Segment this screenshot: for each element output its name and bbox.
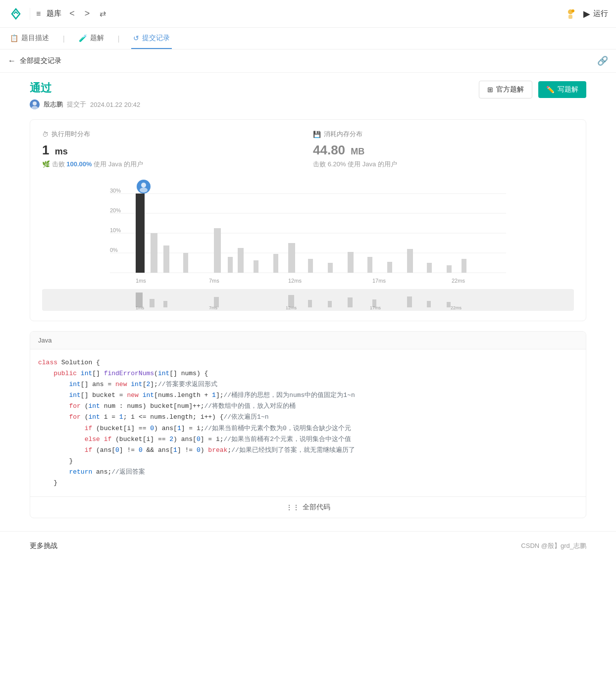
code-line-1: class Solution {	[38, 357, 578, 368]
memory-value: 44.80 MB	[313, 143, 574, 158]
memory-stat: 💾 消耗内存分布 44.80 MB 击败 6.20% 使用 Java 的用户	[313, 130, 574, 169]
memory-label: 💾 消耗内存分布	[313, 130, 574, 139]
code-line-2: public int[] findErrorNums(int[] nums) {	[38, 368, 578, 379]
avatar	[30, 99, 40, 109]
time-label: ⏱ 执行用时分布	[42, 130, 303, 139]
time-stat: ⏱ 执行用时分布 1 ms 🌿 击败 100.00% 使用 Java 的用户	[42, 130, 303, 169]
svg-rect-14	[150, 299, 154, 307]
mini-x-1ms: 1ms	[136, 305, 145, 310]
run-button[interactable]: ▶ 运行	[583, 8, 608, 19]
chart-mini[interactable]: 1ms 7ms 12ms 17ms 22ms	[42, 289, 574, 311]
link-icon[interactable]: 🔗	[597, 55, 608, 66]
official-icon: ⊞	[487, 86, 493, 94]
prev-icon[interactable]: <	[67, 6, 77, 21]
wave-icon: 🌿	[42, 160, 50, 168]
status-left: 通过 殷志鹏 提交于 2024.01.22 20:42	[30, 81, 140, 109]
code-line-9: if (ans[0] != 0 && ans[1] != 0) break;//…	[38, 445, 578, 456]
solution-tab-icon: 🧪	[79, 34, 87, 42]
submit-prefix: 提交于	[67, 100, 86, 109]
play-icon: ▶	[583, 8, 590, 19]
main-content: 通过 殷志鹏 提交于 2024.01.22 20:42 ⊞ 官方题解 ✏️ 写题…	[0, 73, 616, 526]
submit-time: 2024.01.22 20:42	[90, 101, 140, 108]
chart-bar-18	[447, 265, 452, 273]
header: ≡ 题库 < > ⇄ ▶ 运行	[0, 0, 616, 28]
back-label: 全部提交记录	[20, 56, 61, 65]
svg-rect-22	[407, 296, 412, 307]
breadcrumb: ← 全部提交记录 🔗	[0, 49, 616, 73]
submissions-tab-label: 提交记录	[142, 34, 170, 43]
chart-bar-5	[214, 228, 221, 273]
footer: 更多挑战 CSDN @殷】grd_志鹏	[0, 531, 616, 560]
code-line-3: int[] ans = new int[2];//答案要求返回形式	[38, 379, 578, 390]
more-challenges-label[interactable]: 更多挑战	[30, 541, 57, 550]
mini-x-17ms: 17ms	[370, 305, 381, 310]
x-label-1ms: 1ms	[136, 278, 146, 284]
logo-icon[interactable]	[8, 6, 24, 22]
svg-point-12	[140, 188, 148, 193]
clock-icon: ⏱	[42, 131, 49, 138]
back-arrow-icon: ←	[8, 56, 16, 65]
debug-icon[interactable]	[564, 7, 577, 21]
svg-rect-15	[163, 301, 167, 307]
code-section: Java class Solution { public int[] findE…	[30, 331, 586, 518]
tab-submissions[interactable]: ↺ 提交记录	[131, 28, 172, 49]
show-all-label: 全部代码	[303, 503, 330, 512]
shuffle-icon[interactable]: ⇄	[98, 7, 108, 20]
chart-bar-7	[238, 248, 244, 273]
write-icon: ✏️	[546, 86, 555, 94]
chart-bar-14	[367, 257, 372, 273]
header-title[interactable]: 题库	[47, 9, 61, 18]
code-line-4: int[] bucket = new int[nums.length + 1];…	[38, 390, 578, 401]
chart-bar-4	[183, 253, 188, 273]
svg-rect-1	[568, 15, 572, 19]
y-label-10: 10%	[110, 227, 121, 233]
memory-icon: 💾	[313, 131, 321, 138]
time-value: 1 ms	[42, 143, 303, 158]
show-all-code-button[interactable]: ⋮⋮ 全部代码	[30, 496, 586, 518]
tab-description[interactable]: 📋 题目描述	[8, 28, 51, 49]
keyword-class: class	[38, 359, 57, 366]
code-language: Java	[30, 332, 586, 349]
chart-bar-12	[328, 263, 333, 273]
y-label-20: 20%	[110, 207, 121, 213]
memory-sub: 击败 6.20% 使用 Java 的用户	[313, 160, 574, 169]
svg-rect-20	[348, 297, 353, 307]
status-meta: 殷志鹏 提交于 2024.01.22 20:42	[30, 99, 140, 109]
chart-bar-15	[387, 262, 392, 273]
bar-chart: 30% 20% 10% 0%	[42, 179, 574, 288]
chart-bar-8	[254, 260, 258, 273]
header-right: ▶ 运行	[564, 7, 608, 21]
chart-container: 30% 20% 10% 0%	[42, 179, 574, 311]
svg-point-4	[33, 101, 37, 105]
description-tab-label: 题目描述	[21, 34, 49, 43]
status-result: 通过	[30, 81, 140, 96]
chart-bar-6	[228, 257, 233, 273]
official-solution-button[interactable]: ⊞ 官方题解	[479, 81, 532, 98]
run-label: 运行	[593, 9, 608, 18]
back-link[interactable]: ← 全部提交记录	[8, 56, 61, 65]
svg-rect-19	[328, 301, 332, 307]
y-label-0: 0%	[110, 247, 118, 253]
next-icon[interactable]: >	[83, 6, 92, 21]
solution-tab-label: 题解	[90, 34, 104, 43]
code-body: class Solution { public int[] findErrorN…	[30, 349, 586, 496]
tab-solution[interactable]: 🧪 题解	[77, 28, 106, 49]
x-label-7ms: 7ms	[209, 278, 219, 284]
stats-inner: ⏱ 执行用时分布 1 ms 🌿 击败 100.00% 使用 Java 的用户 💾	[42, 130, 574, 169]
divider	[30, 8, 30, 20]
status-right: ⊞ 官方题解 ✏️ 写题解	[479, 81, 586, 98]
mini-x-22ms: 22ms	[451, 305, 462, 310]
write-solution-button[interactable]: ✏️ 写题解	[538, 81, 586, 98]
y-label-30: 30%	[110, 188, 121, 194]
header-left: ≡ 题库 < > ⇄	[8, 6, 108, 22]
svg-rect-23	[427, 301, 431, 307]
svg-rect-18	[308, 300, 312, 307]
official-label: 官方题解	[496, 85, 524, 94]
write-label: 写题解	[558, 85, 578, 94]
chart-bar-2	[151, 233, 157, 273]
tab-separator-2: |	[118, 35, 120, 43]
code-line-8: else if (bucket[i] == 2) ans[0] = i;//如果…	[38, 434, 578, 445]
x-label-17ms: 17ms	[372, 278, 386, 284]
code-line-11: return ans;//返回答案	[38, 467, 578, 478]
chart-bar-3	[163, 245, 169, 273]
